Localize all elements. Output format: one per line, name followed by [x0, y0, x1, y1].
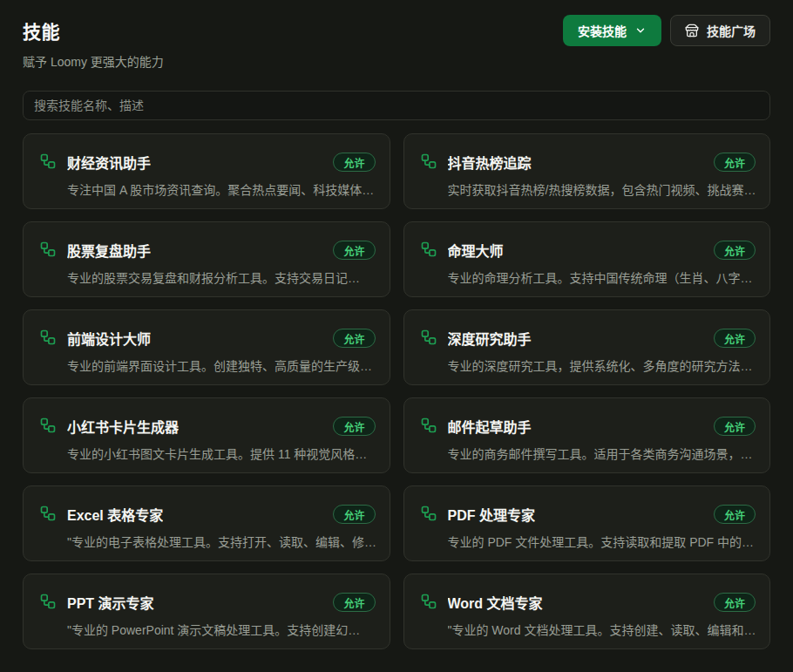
- workflow-icon: [39, 593, 57, 614]
- page-subtitle: 赋予 Loomy 更强大的能力: [23, 52, 164, 70]
- install-skill-button-label: 安装技能: [578, 22, 627, 39]
- skill-description: 专业的股票交易复盘和财报分析工具。支持交易日记…: [67, 268, 376, 286]
- skill-name: 命理大师: [448, 240, 504, 261]
- workflow-icon: [420, 505, 437, 526]
- skill-card-head: 股票复盘助手 允许: [67, 240, 376, 261]
- permission-badge[interactable]: 允许: [333, 417, 375, 436]
- skill-name: Excel 表格专家: [67, 504, 163, 525]
- skill-marketplace-button[interactable]: 技能广场: [670, 15, 770, 46]
- header-actions: 安装技能 技能广场: [563, 15, 770, 46]
- skill-name: 股票复盘助手: [67, 240, 151, 261]
- skill-description: "专业的 Word 文档处理工具。支持创建、读取、编辑和…: [448, 621, 756, 638]
- skill-card-body: 股票复盘助手 允许 专业的股票交易复盘和财报分析工具。支持交易日记…: [67, 240, 376, 286]
- permission-badge[interactable]: 允许: [333, 505, 375, 524]
- search-bar: [23, 91, 770, 120]
- skill-card-body: 抖音热榜追踪 允许 实时获取抖音热榜/热搜榜数据，包含热门视频、挑战赛…: [448, 152, 756, 198]
- skill-card[interactable]: 抖音热榜追踪 允许 实时获取抖音热榜/热搜榜数据，包含热门视频、挑战赛…: [403, 133, 771, 209]
- skill-card[interactable]: 命理大师 允许 专业的命理分析工具。支持中国传统命理（生肖、八字…: [403, 221, 771, 297]
- skill-card-head: 财经资讯助手 允许: [67, 152, 376, 173]
- install-skill-button[interactable]: 安装技能: [563, 15, 661, 46]
- skill-card[interactable]: 股票复盘助手 允许 专业的股票交易复盘和财报分析工具。支持交易日记…: [23, 221, 390, 297]
- skill-marketplace-button-label: 技能广场: [707, 22, 756, 39]
- skill-card-body: Word 文档专家 允许 "专业的 Word 文档处理工具。支持创建、读取、编辑…: [448, 592, 756, 638]
- skill-card-head: 小红书卡片生成器 允许: [67, 416, 376, 437]
- skill-card[interactable]: 财经资讯助手 允许 专注中国 A 股市场资讯查询。聚合热点要闻、科技媒体…: [23, 133, 390, 209]
- skill-card-head: 命理大师 允许: [448, 240, 756, 261]
- skill-card-head: PPT 演示专家 允许: [67, 592, 376, 613]
- workflow-icon: [420, 241, 437, 261]
- skill-card-body: PDF 处理专家 允许 专业的 PDF 文件处理工具。支持读取和提取 PDF 中…: [448, 504, 756, 550]
- permission-badge[interactable]: 允许: [714, 593, 756, 612]
- skill-name: PDF 处理专家: [448, 504, 535, 525]
- skills-grid: 财经资讯助手 允许 专注中国 A 股市场资讯查询。聚合热点要闻、科技媒体… 抖音…: [23, 133, 770, 649]
- workflow-icon: [420, 153, 437, 173]
- permission-badge[interactable]: 允许: [333, 241, 375, 260]
- permission-badge[interactable]: 允许: [333, 329, 375, 348]
- skill-card-body: PPT 演示专家 允许 "专业的 PowerPoint 演示文稿处理工具。支持创…: [67, 592, 376, 638]
- skill-description: 专业的 PDF 文件处理工具。支持读取和提取 PDF 中的…: [448, 533, 756, 550]
- skill-card[interactable]: 邮件起草助手 允许 专业的商务邮件撰写工具。适用于各类商务沟通场景，…: [403, 397, 771, 473]
- permission-badge[interactable]: 允许: [714, 505, 756, 524]
- skill-card-head: 深度研究助手 允许: [448, 328, 756, 349]
- skill-card[interactable]: 前端设计大师 允许 专业的前端界面设计工具。创建独特、高质量的生产级…: [23, 309, 390, 385]
- skill-name: 邮件起草助手: [448, 416, 532, 437]
- skill-card-head: PDF 处理专家 允许: [448, 504, 756, 525]
- skill-card-body: 命理大师 允许 专业的命理分析工具。支持中国传统命理（生肖、八字…: [448, 240, 756, 286]
- skill-card-head: 抖音热榜追踪 允许: [448, 152, 756, 173]
- workflow-icon: [39, 241, 57, 261]
- skill-name: 小红书卡片生成器: [67, 416, 179, 437]
- workflow-icon: [39, 505, 57, 526]
- skill-card-body: Excel 表格专家 允许 "专业的电子表格处理工具。支持打开、读取、编辑、修…: [67, 504, 376, 550]
- permission-badge[interactable]: 允许: [714, 329, 756, 348]
- skill-description: 专业的深度研究工具，提供系统化、多角度的研究方法…: [448, 356, 756, 374]
- workflow-icon: [39, 153, 57, 173]
- skill-card[interactable]: Word 文档专家 允许 "专业的 Word 文档处理工具。支持创建、读取、编辑…: [403, 574, 771, 649]
- workflow-icon: [420, 593, 437, 614]
- workflow-icon: [420, 417, 437, 438]
- skill-name: 财经资讯助手: [67, 152, 151, 173]
- skill-card-body: 小红书卡片生成器 允许 专业的小红书图文卡片生成工具。提供 11 种视觉风格…: [67, 416, 376, 462]
- skills-page: 技能 赋予 Loomy 更强大的能力 安装技能 技能广场: [0, 0, 793, 672]
- skill-card[interactable]: 小红书卡片生成器 允许 专业的小红书图文卡片生成工具。提供 11 种视觉风格…: [23, 397, 390, 473]
- workflow-icon: [420, 329, 437, 350]
- skill-description: "专业的电子表格处理工具。支持打开、读取、编辑、修…: [67, 533, 376, 550]
- page-header: 技能 赋予 Loomy 更强大的能力 安装技能 技能广场: [23, 17, 770, 70]
- skill-card[interactable]: 深度研究助手 允许 专业的深度研究工具，提供系统化、多角度的研究方法…: [403, 309, 771, 385]
- skill-card[interactable]: Excel 表格专家 允许 "专业的电子表格处理工具。支持打开、读取、编辑、修…: [23, 485, 390, 561]
- skill-description: 专注中国 A 股市场资讯查询。聚合热点要闻、科技媒体…: [67, 180, 376, 198]
- permission-badge[interactable]: 允许: [333, 153, 375, 172]
- store-icon: [685, 24, 699, 37]
- skill-card-body: 深度研究助手 允许 专业的深度研究工具，提供系统化、多角度的研究方法…: [448, 328, 756, 374]
- skill-card-head: Excel 表格专家 允许: [67, 504, 376, 525]
- permission-badge[interactable]: 允许: [333, 593, 375, 612]
- skill-name: PPT 演示专家: [67, 592, 154, 613]
- skill-card[interactable]: PPT 演示专家 允许 "专业的 PowerPoint 演示文稿处理工具。支持创…: [23, 574, 390, 649]
- skill-card-body: 前端设计大师 允许 专业的前端界面设计工具。创建独特、高质量的生产级…: [67, 328, 376, 374]
- permission-badge[interactable]: 允许: [714, 153, 756, 172]
- skill-description: 专业的商务邮件撰写工具。适用于各类商务沟通场景，…: [448, 445, 756, 462]
- skill-card-head: Word 文档专家 允许: [448, 592, 756, 613]
- permission-badge[interactable]: 允许: [714, 241, 756, 260]
- permission-badge[interactable]: 允许: [714, 417, 756, 436]
- skill-card-head: 前端设计大师 允许: [67, 328, 376, 349]
- skill-name: 深度研究助手: [448, 328, 532, 349]
- skill-description: "专业的 PowerPoint 演示文稿处理工具。支持创建幻…: [67, 621, 376, 638]
- skill-name: 抖音热榜追踪: [448, 152, 532, 173]
- workflow-icon: [39, 417, 57, 438]
- skill-name: 前端设计大师: [67, 328, 151, 349]
- chevron-down-icon: [634, 24, 647, 37]
- skill-card-body: 财经资讯助手 允许 专注中国 A 股市场资讯查询。聚合热点要闻、科技媒体…: [67, 152, 376, 198]
- skill-card-head: 邮件起草助手 允许: [448, 416, 756, 437]
- search-input[interactable]: [23, 91, 770, 120]
- skill-description: 实时获取抖音热榜/热搜榜数据，包含热门视频、挑战赛…: [448, 180, 756, 198]
- header-titles: 技能 赋予 Loomy 更强大的能力: [23, 17, 164, 70]
- skill-description: 专业的小红书图文卡片生成工具。提供 11 种视觉风格…: [67, 445, 376, 462]
- skill-card-body: 邮件起草助手 允许 专业的商务邮件撰写工具。适用于各类商务沟通场景，…: [448, 416, 756, 462]
- workflow-icon: [39, 329, 57, 350]
- skill-name: Word 文档专家: [448, 592, 543, 613]
- page-title: 技能: [23, 17, 164, 44]
- skill-card[interactable]: PDF 处理专家 允许 专业的 PDF 文件处理工具。支持读取和提取 PDF 中…: [403, 485, 771, 561]
- skill-description: 专业的前端界面设计工具。创建独特、高质量的生产级…: [67, 356, 376, 374]
- skill-description: 专业的命理分析工具。支持中国传统命理（生肖、八字…: [448, 268, 756, 286]
